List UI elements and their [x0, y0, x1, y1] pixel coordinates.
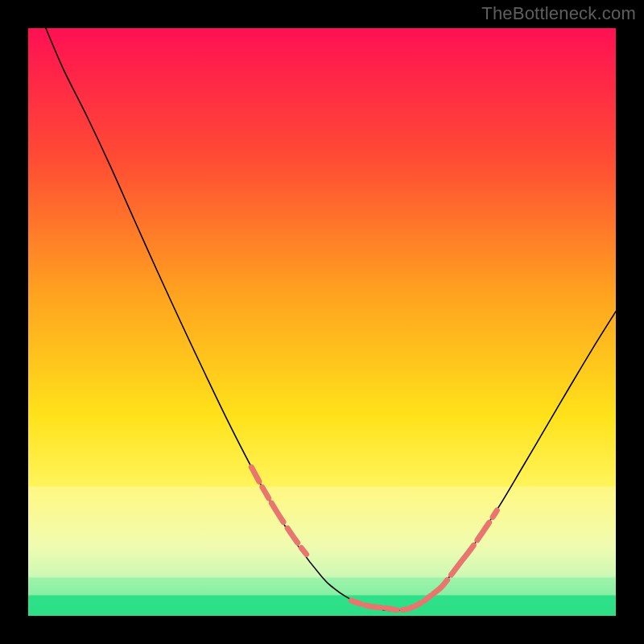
color-bands [28, 486, 616, 616]
svg-rect-2 [28, 595, 616, 616]
plot-svg [28, 28, 616, 616]
chart-frame: TheBottleneck.com [0, 0, 644, 644]
watermark-text: TheBottleneck.com [481, 3, 636, 24]
plot-area [28, 28, 616, 616]
